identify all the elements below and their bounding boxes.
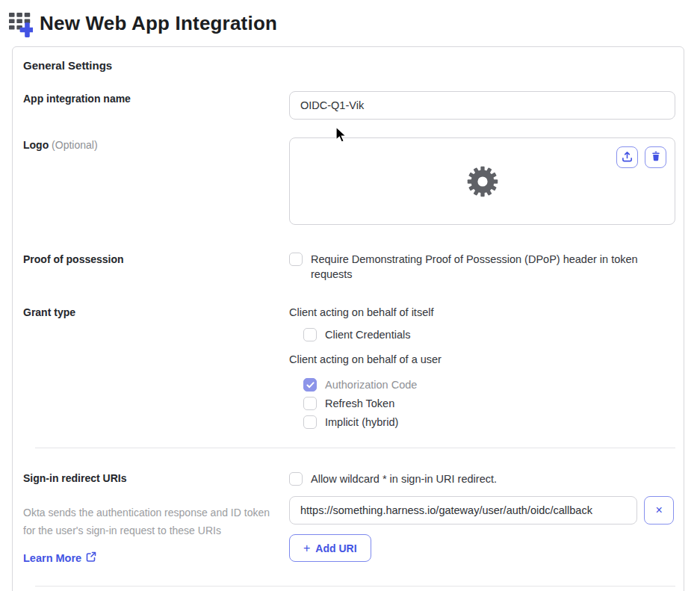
page-title: New Web App Integration [40,12,277,35]
wildcard-redirect-label[interactable]: Allow wildcard * in sign-in URI redirect… [311,471,497,486]
upload-icon [622,151,633,164]
authorization-code-label: Authorization Code [325,377,417,392]
section-divider [35,448,675,448]
app-grid-plus-icon [9,12,33,37]
logo-optional-label: (Optional) [52,139,97,151]
panel-heading: General Settings [23,59,674,72]
section-divider-bottom [35,586,675,587]
plus-icon: + [303,542,310,555]
signin-redirect-label: Sign-in redirect URIs [23,472,126,484]
app-name-row: App integration name [23,91,674,120]
external-link-icon [86,551,96,564]
client-credentials-label[interactable]: Client Credentials [325,327,410,342]
default-app-logo-gear-icon [466,165,499,198]
app-name-input[interactable] [289,91,675,120]
refresh-token-label[interactable]: Refresh Token [325,396,394,411]
signin-redirect-help-text: Okta sends the authentication response a… [23,504,271,539]
add-uri-button[interactable]: + Add URI [289,534,371,562]
delete-logo-button[interactable] [645,146,666,168]
trash-icon [651,151,661,164]
page-header: New Web App Integration [0,0,700,37]
client-credentials-checkbox[interactable] [303,328,317,341]
dpop-checkbox-label[interactable]: Require Demonstrating Proof of Possessio… [311,252,662,282]
close-icon: × [655,504,662,517]
implicit-hybrid-checkbox[interactable] [303,415,317,429]
logo-row: Logo (Optional) [23,137,674,225]
app-name-label: App integration name [23,93,131,105]
grant-group-itself-title: Client acting on behalf of itself [289,305,674,320]
learn-more-link[interactable]: Learn More [23,551,96,564]
grant-type-row: Grant type Client acting on behalf of it… [23,305,674,430]
upload-logo-button[interactable] [616,146,638,168]
authorization-code-checkbox [303,378,317,392]
grant-type-label: Grant type [23,306,75,318]
refresh-token-checkbox[interactable] [303,397,317,410]
grant-group-user-title: Client acting on behalf of a user [289,352,674,367]
logo-preview-box [289,137,675,225]
general-settings-panel: General Settings App integration name Lo… [12,46,684,591]
proof-of-possession-row: Proof of possession Require Demonstratin… [23,252,674,282]
proof-of-possession-label: Proof of possession [23,253,124,265]
signin-redirect-row: Sign-in redirect URIs Okta sends the aut… [23,471,674,565]
remove-uri-button[interactable]: × [644,496,674,525]
redirect-uri-input[interactable] [289,496,637,525]
logo-label: Logo (Optional) [23,139,98,151]
dpop-checkbox[interactable] [289,253,303,266]
implicit-hybrid-label[interactable]: Implicit (hybrid) [325,415,398,430]
check-icon [306,382,315,389]
wildcard-redirect-checkbox[interactable] [289,472,303,486]
